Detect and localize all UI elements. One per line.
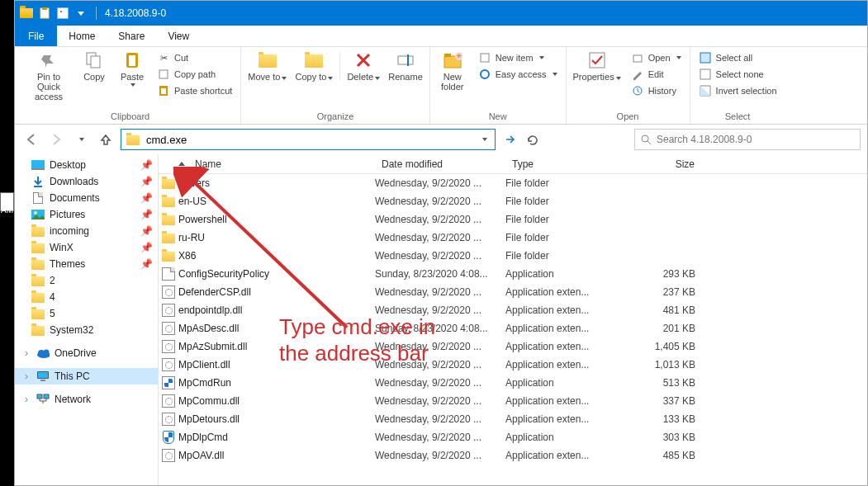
file-row[interactable]: MpClient.dllWednesday, 9/2/2020 ...Appli… [159, 356, 867, 374]
col-name[interactable]: Name [159, 158, 375, 170]
address-input[interactable] [145, 130, 472, 149]
tab-share[interactable]: Share [107, 26, 156, 46]
navigation-pane[interactable]: Desktop📌 Downloads📌 Documents📌 Pictures📌… [15, 154, 159, 485]
pin-icon: 📌 [140, 159, 153, 171]
paste-button[interactable]: Paste [114, 49, 150, 103]
svg-rect-26 [31, 160, 45, 168]
file-size: 485 KB [611, 450, 702, 461]
menubar: File Home Share View [15, 26, 867, 47]
file-name: Powershell [178, 214, 375, 225]
nav-onedrive[interactable]: ›OneDrive [15, 345, 158, 361]
col-size[interactable]: Size [611, 158, 702, 170]
file-row[interactable]: ConfigSecurityPolicySunday, 8/23/2020 4:… [159, 265, 867, 283]
forward-button[interactable] [46, 130, 66, 149]
titlebar[interactable]: 4.18.2008.9-0 [15, 1, 867, 26]
nav-system32[interactable]: System32 [15, 322, 158, 338]
nav-2[interactable]: 2 [15, 272, 158, 289]
history-button[interactable]: History [629, 83, 678, 98]
file-row[interactable]: endpointdlp.dllWednesday, 9/2/2020 ...Ap… [159, 301, 867, 319]
navigation-row: Search 4.18.2008.9-0 [15, 125, 867, 154]
select-all-button[interactable]: Select all [697, 50, 755, 65]
cut-button[interactable]: ✂Cut [155, 50, 190, 65]
nav-incoming[interactable]: incoming📌 [15, 223, 158, 239]
address-bar[interactable] [121, 129, 496, 150]
file-row[interactable]: DefenderCSP.dllWednesday, 9/2/2020 ...Ap… [159, 283, 867, 301]
file-row[interactable]: DriversWednesday, 9/2/2020 ...File folde… [159, 174, 867, 192]
delete-x-icon [353, 50, 373, 70]
svg-point-33 [44, 350, 50, 356]
back-button[interactable] [21, 130, 41, 149]
col-type[interactable]: Type [505, 158, 611, 170]
file-type: Application exten... [505, 304, 611, 316]
nav-documents[interactable]: Documents📌 [15, 190, 158, 206]
downloads-icon [31, 175, 45, 188]
file-date: Wednesday, 9/2/2020 ... [375, 341, 505, 352]
file-row[interactable]: MpCommu.dllWednesday, 9/2/2020 ...Applic… [159, 392, 867, 410]
this-pc-icon [36, 370, 50, 383]
qat-properties-icon[interactable] [56, 7, 69, 20]
invert-selection-button[interactable]: Invert selection [697, 83, 779, 98]
network-icon [36, 393, 50, 406]
file-type: File folder [505, 250, 611, 262]
tab-file[interactable]: File [15, 26, 57, 46]
recent-locations-button[interactable] [71, 130, 91, 149]
file-row[interactable]: MpOAV.dllWednesday, 9/2/2020 ...Applicat… [159, 446, 867, 465]
file-row[interactable]: MpAzSubmit.dllWednesday, 9/2/2020 ...App… [159, 337, 867, 356]
paste-shortcut-button[interactable]: Paste shortcut [155, 83, 234, 98]
pin-icon: 📌 [140, 209, 153, 220]
copy-path-button[interactable]: Copy path [155, 67, 217, 82]
copy-to-button[interactable]: Copy to [292, 49, 336, 83]
open-button[interactable]: Open [629, 50, 683, 65]
file-row[interactable]: en-USWednesday, 9/2/2020 ...File folder [159, 192, 867, 210]
col-date[interactable]: Date modified [375, 158, 505, 170]
nav-this-pc[interactable]: ›This PC [15, 368, 158, 385]
copy-button[interactable]: Copy [76, 49, 112, 103]
file-row[interactable]: ru-RUWednesday, 9/2/2020 ...File folder [159, 229, 867, 247]
address-dropdown-button[interactable] [477, 130, 491, 149]
pin-to-quick-access-button[interactable]: Pin to Quick access [23, 49, 74, 103]
nav-5[interactable]: 5 [15, 305, 158, 322]
easy-access-button[interactable]: Easy access [477, 67, 559, 82]
file-row[interactable]: PowershellWednesday, 9/2/2020 ...File fo… [159, 210, 867, 229]
tab-home[interactable]: Home [57, 26, 107, 46]
move-to-button[interactable]: Move to [244, 49, 290, 83]
nav-winx[interactable]: WinX📌 [15, 239, 158, 256]
nav-network[interactable]: ›Network [15, 391, 158, 408]
onedrive-cloud-icon [36, 347, 50, 360]
file-type-icon [159, 394, 178, 408]
rename-button[interactable]: Rename [385, 49, 426, 83]
search-box[interactable]: Search 4.18.2008.9-0 [634, 129, 861, 150]
ribbon-group-select: Select all Select none Invert selection … [690, 47, 785, 124]
nav-desktop[interactable]: Desktop📌 [15, 157, 158, 173]
file-name: X86 [178, 250, 375, 262]
file-row[interactable]: X86Wednesday, 9/2/2020 ...File folder [159, 247, 867, 265]
nav-4[interactable]: 4 [15, 289, 158, 305]
up-button[interactable] [96, 130, 116, 149]
svg-rect-11 [398, 56, 413, 64]
new-item-button[interactable]: New item [477, 50, 546, 65]
tab-view[interactable]: View [156, 26, 201, 46]
file-row[interactable]: MpDetours.dllWednesday, 9/2/2020 ...Appl… [159, 410, 867, 428]
file-date: Sunday, 8/23/2020 4:08... [375, 323, 505, 334]
qat-dropdown-icon[interactable] [74, 7, 88, 20]
refresh-button[interactable] [522, 130, 542, 149]
file-type: Application exten... [505, 341, 611, 352]
qat-paste-icon[interactable] [38, 7, 51, 20]
go-button[interactable] [500, 130, 520, 149]
file-type: Application exten... [505, 359, 611, 370]
file-row[interactable]: MpDlpCmdWednesday, 9/2/2020 ...Applicati… [159, 428, 867, 446]
chevron-down-icon [130, 83, 135, 87]
nav-themes[interactable]: Themes📌 [15, 256, 158, 272]
delete-button[interactable]: Delete [344, 49, 383, 83]
file-size: 293 KB [611, 268, 702, 280]
select-none-button[interactable]: Select none [697, 67, 766, 82]
file-row[interactable]: MpCmdRunWednesday, 9/2/2020 ...Applicati… [159, 374, 867, 392]
properties-button[interactable]: Properties [570, 49, 624, 100]
edit-button[interactable]: Edit [629, 67, 666, 82]
nav-pictures[interactable]: Pictures📌 [15, 206, 158, 223]
svg-rect-19 [590, 53, 605, 68]
file-row[interactable]: MpAsDesc.dllSunday, 8/23/2020 4:08...App… [159, 319, 867, 337]
new-folder-button[interactable]: ✳ New folder [434, 49, 472, 93]
file-list[interactable]: Name Date modified Type Size DriversWedn… [159, 154, 867, 485]
nav-downloads[interactable]: Downloads📌 [15, 173, 158, 190]
